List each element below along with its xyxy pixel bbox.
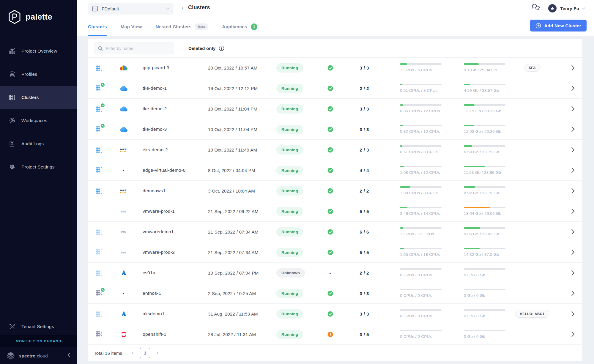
row-chevron-icon[interactable] (571, 147, 575, 152)
sidebar-item-project-settings[interactable]: Project Settings (0, 155, 77, 179)
table-row[interactable]: tke-demo-1 19 Oct, 2022 / 12:12 PM Runni… (88, 78, 582, 99)
brand-name: palette (26, 12, 52, 22)
memory-usage-bar (464, 104, 505, 106)
row-chevron-icon[interactable] (571, 250, 575, 255)
beta-badge: Beta (195, 23, 209, 30)
star-icon (550, 7, 554, 10)
table-row[interactable]: gcp-picard-3 20 Oct, 2022 / 10:57 AM Run… (88, 58, 582, 78)
table-row[interactable]: aksdemo1 31 Aug, 2022 / 11:53 AM Running… (88, 304, 582, 324)
vmware-icon: vm (120, 250, 127, 255)
sidebar-item-audit-logs[interactable]: Audit Logs (0, 132, 77, 155)
tag-cell: SFA (507, 64, 557, 72)
table-row[interactable]: vm vmware-prod-1 21 Sep, 2022 / 09:22 AM… (88, 201, 582, 222)
sidebar-item-profiles[interactable]: Profiles (0, 63, 77, 86)
sidebar-item-project-overview[interactable]: Project Overview (0, 40, 77, 63)
table-row[interactable]: aws eks-demo-2 10 Oct, 2022 / 11:49 AM R… (88, 140, 582, 160)
health-ok-icon (327, 167, 333, 174)
table-row[interactable]: vm vmwaredemo1 21 Sep, 2022 / 07:34 AM R… (88, 222, 582, 242)
table-row[interactable]: openshift-1 28 Jul, 2022 / 11:31 AM Runn… (88, 324, 582, 345)
user-menu-chevron-icon[interactable] (582, 7, 585, 10)
status-badge: Running (276, 104, 303, 114)
prev-page-icon[interactable]: ‹ (130, 350, 135, 356)
row-chevron-icon[interactable] (571, 188, 575, 193)
row-chevron-icon[interactable] (571, 65, 575, 70)
memory-usage: 9.86 Gb / 25.03 Gb (443, 227, 507, 236)
status-badge: Running (276, 289, 303, 298)
table-row[interactable]: tke-demo-3 10 Oct, 2022 / 11:04 PM Runni… (88, 119, 582, 140)
table-row[interactable]: aws demoaws1 3 Oct, 2022 / 10:04 AM Runn… (88, 181, 582, 201)
deleted-only-checkbox[interactable] (180, 46, 185, 51)
collapse-sidebar-icon[interactable] (67, 353, 71, 359)
nodes-count: 6 / 6 (349, 229, 379, 234)
cpu-usage: 0 CPUs / 0 CPUs (379, 289, 443, 298)
row-chevron-icon[interactable] (571, 291, 575, 296)
cluster-type-icon (96, 126, 103, 133)
health-ok-icon (327, 147, 333, 153)
messages-icon[interactable] (532, 4, 541, 13)
cpu-usage-bar (400, 186, 442, 188)
memory-usage: 12.03 Gb / 50.36 Gb (443, 125, 507, 134)
row-chevron-icon[interactable] (571, 229, 575, 234)
provider-cell (111, 85, 137, 92)
cpu-usage-bar (400, 207, 442, 208)
row-chevron-icon[interactable] (571, 311, 575, 316)
row-chevron-icon[interactable] (571, 86, 575, 91)
table-row[interactable]: tke-demo-2 10 Oct, 2022 / 11:04 PM Runni… (88, 99, 582, 119)
row-chevron-icon[interactable] (571, 127, 575, 132)
row-chevron-icon[interactable] (571, 332, 575, 337)
memory-usage: 0 Gb / 0 Gb (443, 268, 507, 277)
tab-map-view[interactable]: Map View (121, 17, 142, 36)
next-page-icon[interactable]: › (155, 350, 160, 356)
chart-icon (9, 48, 15, 54)
cpu-usage-label: 0 CPUs / 0 CPUs (400, 293, 432, 298)
cpu-usage-bar (400, 330, 442, 331)
memory-usage-bar (464, 145, 505, 147)
memory-usage-bar (464, 248, 505, 249)
table-row[interactable]: - anthos-1 2 Sep, 2022 / 10:25 AM Runnin… (88, 283, 582, 304)
cluster-created-date: 3 Oct, 2022 / 10:04 AM (206, 188, 273, 193)
cluster-type-icon (96, 85, 103, 92)
sidebar-item-workspaces[interactable]: Workspaces (0, 109, 77, 132)
status-badge: Running (276, 125, 303, 134)
health-cell (311, 290, 349, 297)
cluster-tag: SFA (524, 64, 541, 72)
row-chevron-icon[interactable] (571, 106, 575, 111)
memory-usage-bar (464, 166, 505, 167)
table-row[interactable]: - edge-virtual-demo-0 8 Oct, 2022 / 04:0… (88, 160, 582, 181)
sidebar: palette Project Overview Profiles (0, 0, 77, 364)
upgrade-available-badge (100, 123, 105, 128)
upgrade-available-badge (100, 103, 105, 108)
page-number[interactable]: 1 (140, 348, 150, 358)
cpu-usage-bar (400, 227, 442, 229)
health-cell (311, 311, 349, 317)
provider-cell: - (111, 291, 137, 296)
status-badge: Running (276, 309, 303, 319)
project-selector[interactable]: FDefault (88, 3, 174, 15)
plan-banner: MONTHLY ON DEMAND (0, 335, 77, 347)
sidebar-item-tenant-settings[interactable]: Tenant Settings (0, 318, 77, 335)
memory-usage-bar (464, 268, 505, 270)
row-chevron-icon[interactable] (571, 270, 575, 275)
search-input[interactable] (94, 42, 174, 54)
table-row[interactable]: vm vmware-prod-2 21 Sep, 2022 / 07:34 AM… (88, 242, 582, 263)
azure-icon (120, 270, 127, 276)
info-icon[interactable] (219, 45, 224, 51)
tab-nested-clusters[interactable]: Nested Clusters Beta (156, 17, 209, 36)
add-new-cluster-button[interactable]: Add New Cluster (530, 20, 587, 31)
sidebar-item-clusters[interactable]: Clusters (0, 86, 77, 109)
cluster-name: anthos-1 (137, 291, 206, 296)
row-chevron-icon[interactable] (571, 209, 575, 214)
nodes-count: 2 / 2 (349, 270, 379, 275)
user-name[interactable]: Tenry Fu (560, 6, 579, 11)
health-cell: - (311, 270, 349, 275)
sidebar-item-label: Project Settings (21, 164, 55, 170)
tab-appliances[interactable]: Appliances 1 (222, 17, 257, 36)
table-row[interactable]: cs01a 19 Sep, 2022 / 07:04 PM Unknown - … (88, 263, 582, 283)
row-chevron-icon[interactable] (571, 168, 575, 173)
user-avatar[interactable] (548, 4, 557, 12)
cluster-name: tke-demo-1 (137, 86, 206, 91)
cpu-usage-label: 0.51 CPUs / 8 CPUs (400, 150, 438, 154)
aws-icon: aws (119, 188, 128, 194)
gear-icon (9, 164, 15, 170)
tab-clusters[interactable]: Clusters (88, 17, 107, 36)
